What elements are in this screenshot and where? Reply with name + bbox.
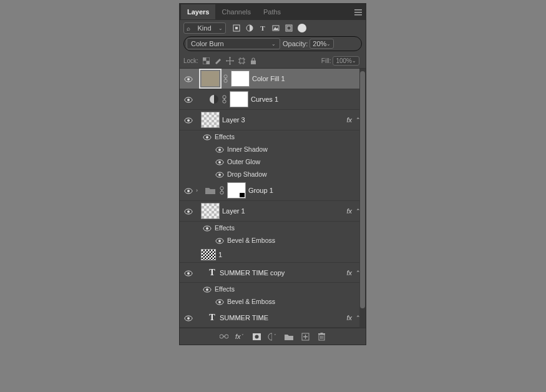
visibility-icon[interactable] <box>215 170 225 178</box>
effect-inner-shadow[interactable]: Inner Shadow <box>180 143 366 155</box>
effect-bevel-emboss[interactable]: Bevel & Emboss <box>180 295 366 308</box>
visibility-icon[interactable] <box>183 207 193 215</box>
tab-layers[interactable]: Layers <box>181 4 215 19</box>
filter-smartobj-icon[interactable] <box>285 24 293 32</box>
effects-heading[interactable]: Effects <box>180 222 366 234</box>
svg-point-15 <box>187 78 190 81</box>
layer-row-summer-time[interactable]: T SUMMER TIME fx ⌃ <box>180 308 366 328</box>
visibility-icon[interactable] <box>202 224 212 232</box>
layer-thumbnail[interactable] <box>201 71 220 87</box>
tab-paths[interactable]: Paths <box>257 4 287 19</box>
effect-drop-shadow[interactable]: Drop Shadow <box>180 168 366 180</box>
svg-point-42 <box>206 227 208 230</box>
layer-thumbnail[interactable] <box>201 249 216 260</box>
filter-adjustment-icon[interactable] <box>245 24 254 32</box>
svg-point-25 <box>187 119 190 122</box>
visibility-icon[interactable] <box>215 158 225 165</box>
mask-thumbnail[interactable] <box>231 71 250 87</box>
visibility-icon[interactable] <box>215 237 225 244</box>
visibility-icon[interactable] <box>202 285 212 293</box>
layer-mask-icon[interactable] <box>251 331 261 341</box>
layer-row-layer-1[interactable]: Layer 1 fx ⌃ <box>180 201 366 222</box>
effect-outer-glow[interactable]: Outer Glow <box>180 155 366 168</box>
fx-indicator: fx <box>346 314 352 321</box>
lock-row: Lock: Fill: 100% ⌄ <box>180 54 366 68</box>
filter-toggle-indicator[interactable] <box>298 24 306 32</box>
svg-point-40 <box>187 210 190 213</box>
scrollbar-thumb[interactable] <box>360 71 365 308</box>
visibility-icon[interactable] <box>202 133 212 140</box>
visibility-icon[interactable] <box>183 116 193 124</box>
new-layer-icon[interactable] <box>300 331 310 341</box>
lock-pixels-icon[interactable] <box>214 57 222 65</box>
filter-type-icon[interactable]: T <box>258 24 267 32</box>
link-icon <box>222 74 228 83</box>
effects-label: Effects <box>215 285 363 293</box>
layer-row-1[interactable]: 1 <box>180 247 366 263</box>
lock-artboard-icon[interactable] <box>238 57 246 65</box>
panel-tabs: Layers Channels Paths <box>180 4 366 20</box>
layer-thumbnail[interactable] <box>201 203 220 219</box>
svg-rect-11 <box>206 61 210 65</box>
layer-label: 1 <box>218 251 363 258</box>
new-group-icon[interactable] <box>284 331 294 341</box>
svg-rect-23 <box>224 98 225 100</box>
lock-position-icon[interactable] <box>226 57 234 65</box>
kind-select[interactable]: ⌕ Kind ⌄ <box>183 22 226 34</box>
opacity-input[interactable]: 20% ⌄ <box>310 39 334 49</box>
layer-row-group-1[interactable]: › Group 1 <box>180 180 366 201</box>
effects-heading[interactable]: Effects <box>180 283 366 295</box>
visibility-icon[interactable] <box>183 75 193 82</box>
layer-style-icon[interactable]: fx˅ <box>235 331 245 341</box>
svg-rect-4 <box>235 27 238 29</box>
visibility-icon[interactable] <box>215 298 225 305</box>
effect-label: Inner Shadow <box>227 145 363 153</box>
panel-menu-icon[interactable] <box>351 8 366 16</box>
layers-panel: Layers Channels Paths ⌕ Kind ⌄ T Color B… <box>179 3 366 345</box>
svg-rect-12 <box>240 59 244 63</box>
svg-point-44 <box>218 240 221 242</box>
filter-buttons: T <box>232 24 306 32</box>
link-layers-icon[interactable] <box>219 331 229 341</box>
visibility-icon[interactable] <box>183 313 193 321</box>
mask-thumbnail[interactable] <box>227 182 246 198</box>
svg-point-29 <box>218 149 221 151</box>
layers-scrollbar[interactable] <box>359 69 366 328</box>
lock-icons <box>202 57 258 65</box>
opacity-label: Opacity: <box>283 40 308 47</box>
visibility-icon[interactable] <box>183 96 193 103</box>
filter-shape-icon[interactable] <box>271 24 280 32</box>
effects-label: Effects <box>215 133 363 140</box>
folder-icon <box>205 186 216 195</box>
layer-thumbnail[interactable] <box>201 112 220 128</box>
fx-indicator: fx <box>346 207 352 215</box>
new-adjustment-icon[interactable]: ˅ <box>268 331 278 341</box>
expand-group-icon[interactable]: › <box>196 187 202 194</box>
tab-channels[interactable]: Channels <box>215 4 256 19</box>
delete-layer-icon[interactable] <box>316 331 326 341</box>
layer-row-summer-time-copy[interactable]: T SUMMER TIME copy fx ⌃ <box>180 263 366 283</box>
fx-indicator: fx <box>346 269 352 277</box>
svg-point-50 <box>218 301 221 303</box>
visibility-icon[interactable] <box>215 145 225 153</box>
layer-row-curves-1[interactable]: Curves 1 <box>180 89 366 110</box>
layer-row-layer-3[interactable]: Layer 3 fx ⌃ <box>180 110 366 130</box>
layer-label: Curves 1 <box>251 96 363 103</box>
effects-heading[interactable]: Effects <box>180 130 366 143</box>
layer-label: Layer 1 <box>222 207 344 215</box>
fill-input[interactable]: 100% ⌄ <box>333 56 359 66</box>
lock-transparency-icon[interactable] <box>202 57 210 65</box>
visibility-icon[interactable] <box>183 187 193 194</box>
fx-indicator: fx <box>346 116 352 124</box>
lock-all-icon[interactable] <box>250 57 258 65</box>
effect-label: Bevel & Emboss <box>227 237 363 244</box>
layer-row-color-fill-1[interactable]: Color Fill 1 <box>180 69 366 89</box>
blend-mode-select[interactable]: Color Burn ⌄ <box>187 38 280 49</box>
svg-rect-2 <box>354 14 362 16</box>
filter-pixel-icon[interactable] <box>232 24 241 32</box>
visibility-icon[interactable] <box>183 268 193 276</box>
mask-thumbnail[interactable] <box>230 91 248 107</box>
effect-bevel-emboss[interactable]: Bevel & Emboss <box>180 234 366 247</box>
blend-opacity-highlight: Color Burn ⌄ Opacity: 20% ⌄ <box>183 36 362 51</box>
type-layer-icon: T <box>207 313 217 323</box>
